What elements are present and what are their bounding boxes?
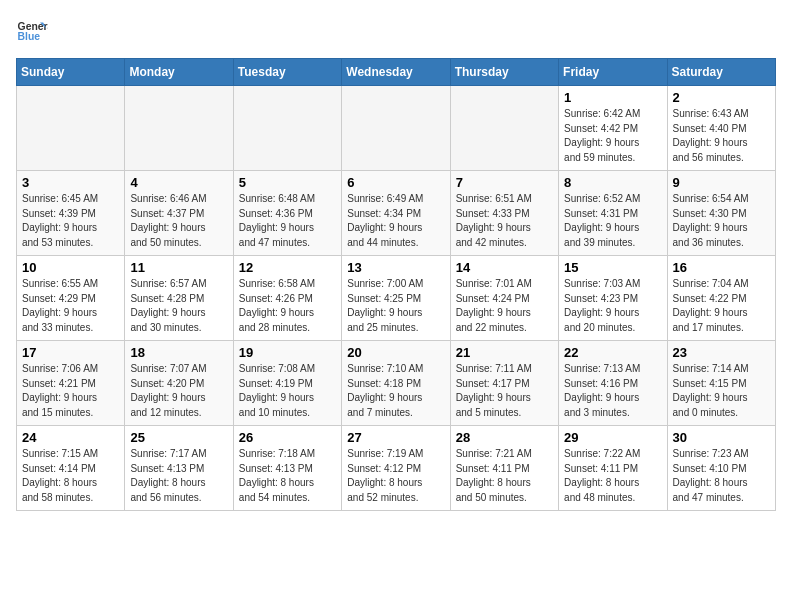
day-cell: 18Sunrise: 7:07 AMSunset: 4:20 PMDayligh…	[125, 341, 233, 426]
day-number: 25	[130, 430, 227, 445]
day-cell	[233, 86, 341, 171]
day-number: 9	[673, 175, 770, 190]
logo-icon: General Blue	[16, 16, 48, 48]
day-info: Sunrise: 7:18 AMSunset: 4:13 PMDaylight:…	[239, 447, 336, 505]
day-cell: 12Sunrise: 6:58 AMSunset: 4:26 PMDayligh…	[233, 256, 341, 341]
day-number: 15	[564, 260, 661, 275]
day-number: 29	[564, 430, 661, 445]
page-header: General Blue	[16, 16, 776, 48]
day-info: Sunrise: 7:03 AMSunset: 4:23 PMDaylight:…	[564, 277, 661, 335]
day-cell: 2Sunrise: 6:43 AMSunset: 4:40 PMDaylight…	[667, 86, 775, 171]
day-cell: 8Sunrise: 6:52 AMSunset: 4:31 PMDaylight…	[559, 171, 667, 256]
day-cell: 23Sunrise: 7:14 AMSunset: 4:15 PMDayligh…	[667, 341, 775, 426]
day-info: Sunrise: 6:51 AMSunset: 4:33 PMDaylight:…	[456, 192, 553, 250]
day-number: 24	[22, 430, 119, 445]
day-cell: 1Sunrise: 6:42 AMSunset: 4:42 PMDaylight…	[559, 86, 667, 171]
week-row-4: 17Sunrise: 7:06 AMSunset: 4:21 PMDayligh…	[17, 341, 776, 426]
day-info: Sunrise: 6:52 AMSunset: 4:31 PMDaylight:…	[564, 192, 661, 250]
day-cell: 3Sunrise: 6:45 AMSunset: 4:39 PMDaylight…	[17, 171, 125, 256]
column-header-monday: Monday	[125, 59, 233, 86]
day-info: Sunrise: 7:01 AMSunset: 4:24 PMDaylight:…	[456, 277, 553, 335]
day-info: Sunrise: 7:23 AMSunset: 4:10 PMDaylight:…	[673, 447, 770, 505]
column-header-sunday: Sunday	[17, 59, 125, 86]
day-number: 17	[22, 345, 119, 360]
day-cell: 5Sunrise: 6:48 AMSunset: 4:36 PMDaylight…	[233, 171, 341, 256]
day-number: 27	[347, 430, 444, 445]
day-info: Sunrise: 6:45 AMSunset: 4:39 PMDaylight:…	[22, 192, 119, 250]
day-number: 12	[239, 260, 336, 275]
day-info: Sunrise: 6:49 AMSunset: 4:34 PMDaylight:…	[347, 192, 444, 250]
day-cell: 19Sunrise: 7:08 AMSunset: 4:19 PMDayligh…	[233, 341, 341, 426]
day-info: Sunrise: 6:55 AMSunset: 4:29 PMDaylight:…	[22, 277, 119, 335]
day-cell	[450, 86, 558, 171]
day-info: Sunrise: 6:54 AMSunset: 4:30 PMDaylight:…	[673, 192, 770, 250]
day-info: Sunrise: 6:43 AMSunset: 4:40 PMDaylight:…	[673, 107, 770, 165]
day-cell: 20Sunrise: 7:10 AMSunset: 4:18 PMDayligh…	[342, 341, 450, 426]
day-number: 6	[347, 175, 444, 190]
day-cell: 13Sunrise: 7:00 AMSunset: 4:25 PMDayligh…	[342, 256, 450, 341]
day-number: 5	[239, 175, 336, 190]
day-cell: 11Sunrise: 6:57 AMSunset: 4:28 PMDayligh…	[125, 256, 233, 341]
day-info: Sunrise: 7:10 AMSunset: 4:18 PMDaylight:…	[347, 362, 444, 420]
logo: General Blue	[16, 16, 48, 48]
day-info: Sunrise: 7:19 AMSunset: 4:12 PMDaylight:…	[347, 447, 444, 505]
day-cell	[17, 86, 125, 171]
day-info: Sunrise: 7:22 AMSunset: 4:11 PMDaylight:…	[564, 447, 661, 505]
day-info: Sunrise: 6:58 AMSunset: 4:26 PMDaylight:…	[239, 277, 336, 335]
day-cell: 14Sunrise: 7:01 AMSunset: 4:24 PMDayligh…	[450, 256, 558, 341]
day-cell: 21Sunrise: 7:11 AMSunset: 4:17 PMDayligh…	[450, 341, 558, 426]
day-info: Sunrise: 6:46 AMSunset: 4:37 PMDaylight:…	[130, 192, 227, 250]
day-info: Sunrise: 7:17 AMSunset: 4:13 PMDaylight:…	[130, 447, 227, 505]
day-info: Sunrise: 7:00 AMSunset: 4:25 PMDaylight:…	[347, 277, 444, 335]
day-info: Sunrise: 7:08 AMSunset: 4:19 PMDaylight:…	[239, 362, 336, 420]
day-cell: 29Sunrise: 7:22 AMSunset: 4:11 PMDayligh…	[559, 426, 667, 511]
day-number: 8	[564, 175, 661, 190]
day-cell: 24Sunrise: 7:15 AMSunset: 4:14 PMDayligh…	[17, 426, 125, 511]
day-number: 1	[564, 90, 661, 105]
day-cell	[342, 86, 450, 171]
week-row-2: 3Sunrise: 6:45 AMSunset: 4:39 PMDaylight…	[17, 171, 776, 256]
day-number: 2	[673, 90, 770, 105]
calendar-table: SundayMondayTuesdayWednesdayThursdayFrid…	[16, 58, 776, 511]
day-cell: 27Sunrise: 7:19 AMSunset: 4:12 PMDayligh…	[342, 426, 450, 511]
day-number: 19	[239, 345, 336, 360]
day-number: 28	[456, 430, 553, 445]
day-number: 4	[130, 175, 227, 190]
day-number: 16	[673, 260, 770, 275]
day-cell: 28Sunrise: 7:21 AMSunset: 4:11 PMDayligh…	[450, 426, 558, 511]
day-info: Sunrise: 7:04 AMSunset: 4:22 PMDaylight:…	[673, 277, 770, 335]
day-info: Sunrise: 7:21 AMSunset: 4:11 PMDaylight:…	[456, 447, 553, 505]
day-number: 13	[347, 260, 444, 275]
day-number: 22	[564, 345, 661, 360]
day-number: 20	[347, 345, 444, 360]
day-number: 26	[239, 430, 336, 445]
day-cell: 22Sunrise: 7:13 AMSunset: 4:16 PMDayligh…	[559, 341, 667, 426]
day-cell: 4Sunrise: 6:46 AMSunset: 4:37 PMDaylight…	[125, 171, 233, 256]
day-cell: 16Sunrise: 7:04 AMSunset: 4:22 PMDayligh…	[667, 256, 775, 341]
day-info: Sunrise: 7:14 AMSunset: 4:15 PMDaylight:…	[673, 362, 770, 420]
day-info: Sunrise: 7:06 AMSunset: 4:21 PMDaylight:…	[22, 362, 119, 420]
week-row-1: 1Sunrise: 6:42 AMSunset: 4:42 PMDaylight…	[17, 86, 776, 171]
day-number: 7	[456, 175, 553, 190]
day-cell: 7Sunrise: 6:51 AMSunset: 4:33 PMDaylight…	[450, 171, 558, 256]
day-cell: 6Sunrise: 6:49 AMSunset: 4:34 PMDaylight…	[342, 171, 450, 256]
day-number: 3	[22, 175, 119, 190]
day-info: Sunrise: 7:13 AMSunset: 4:16 PMDaylight:…	[564, 362, 661, 420]
day-cell: 9Sunrise: 6:54 AMSunset: 4:30 PMDaylight…	[667, 171, 775, 256]
week-row-5: 24Sunrise: 7:15 AMSunset: 4:14 PMDayligh…	[17, 426, 776, 511]
day-info: Sunrise: 6:48 AMSunset: 4:36 PMDaylight:…	[239, 192, 336, 250]
day-number: 10	[22, 260, 119, 275]
day-cell: 17Sunrise: 7:06 AMSunset: 4:21 PMDayligh…	[17, 341, 125, 426]
day-number: 23	[673, 345, 770, 360]
column-header-saturday: Saturday	[667, 59, 775, 86]
day-cell: 25Sunrise: 7:17 AMSunset: 4:13 PMDayligh…	[125, 426, 233, 511]
day-cell: 26Sunrise: 7:18 AMSunset: 4:13 PMDayligh…	[233, 426, 341, 511]
day-info: Sunrise: 6:57 AMSunset: 4:28 PMDaylight:…	[130, 277, 227, 335]
day-cell	[125, 86, 233, 171]
day-cell: 30Sunrise: 7:23 AMSunset: 4:10 PMDayligh…	[667, 426, 775, 511]
day-number: 21	[456, 345, 553, 360]
column-header-thursday: Thursday	[450, 59, 558, 86]
column-header-friday: Friday	[559, 59, 667, 86]
day-cell: 15Sunrise: 7:03 AMSunset: 4:23 PMDayligh…	[559, 256, 667, 341]
day-number: 14	[456, 260, 553, 275]
